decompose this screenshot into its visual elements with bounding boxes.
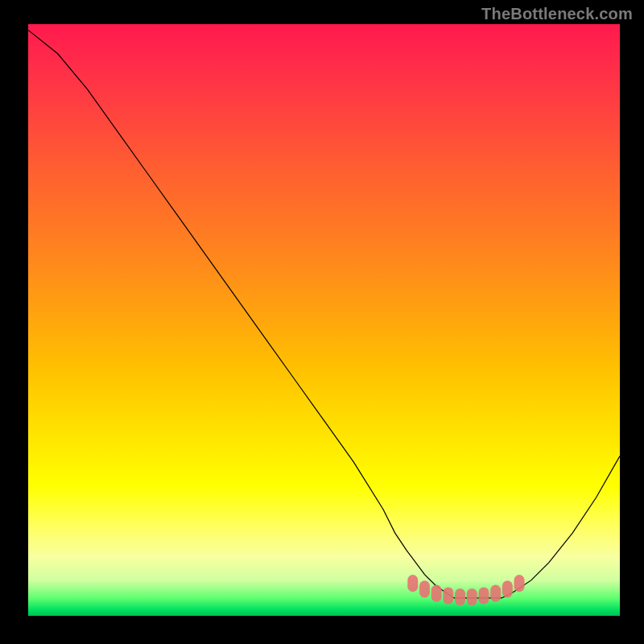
- highlight-marker: [467, 588, 477, 605]
- plot-area: [28, 24, 620, 616]
- chart-svg-layer: [28, 24, 620, 616]
- chart-outer-frame: TheBottleneck.com: [0, 0, 644, 644]
- highlight-markers: [407, 575, 524, 605]
- highlight-marker: [407, 575, 418, 592]
- main-curve-line: [28, 30, 620, 598]
- highlight-marker: [502, 580, 513, 597]
- highlight-marker: [419, 580, 430, 597]
- highlight-marker: [455, 588, 465, 605]
- highlight-marker: [443, 587, 453, 604]
- highlight-marker: [478, 587, 489, 604]
- highlight-marker: [490, 584, 501, 601]
- watermark-label: TheBottleneck.com: [481, 5, 633, 23]
- highlight-marker: [431, 584, 442, 601]
- highlight-marker: [514, 575, 525, 592]
